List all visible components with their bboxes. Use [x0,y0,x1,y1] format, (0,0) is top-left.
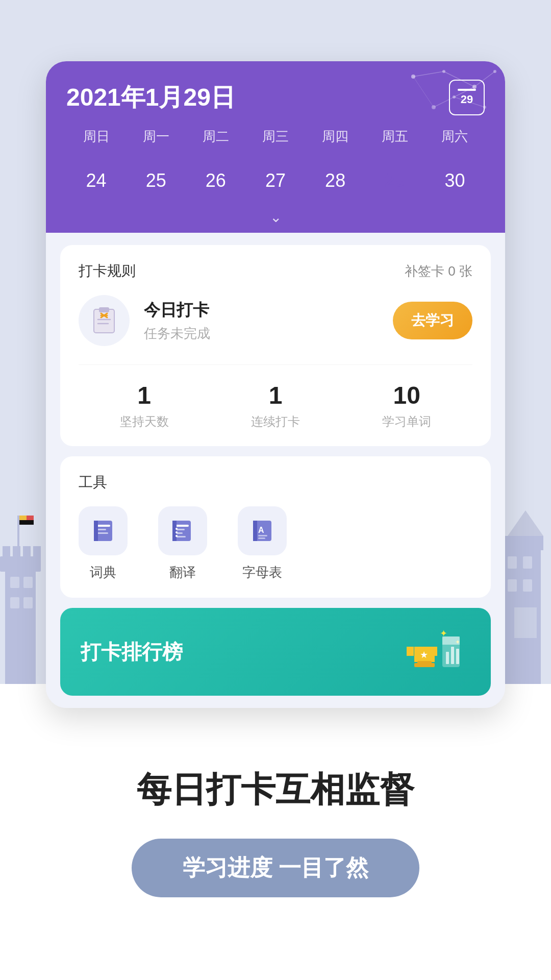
svg-rect-29 [514,607,537,638]
date-30[interactable]: 30 [425,162,485,200]
svg-rect-15 [17,516,19,546]
svg-line-57 [413,71,444,77]
date-27[interactable]: 27 [245,162,305,200]
stat-streak: 1 连续打卡 [251,381,300,430]
today-checkin-sub: 任务未完成 [144,325,379,342]
dictionary-icon [90,518,116,544]
svg-rect-2 [3,546,10,559]
svg-rect-33 [523,579,532,592]
go-study-button[interactable]: 去学习 [393,302,472,339]
svg-line-60 [454,87,474,97]
date-24[interactable]: 24 [66,162,126,200]
svg-rect-75 [94,521,98,541]
svg-rect-77 [174,525,189,527]
svg-line-59 [474,71,495,87]
svg-rect-9 [23,597,33,608]
tools-grid: 词典 [79,506,472,581]
tools-section-title: 工具 [79,473,472,492]
weekdays-row: 周日 周一 周二 周三 周四 周五 周六 [66,128,485,154]
svg-rect-8 [10,597,19,608]
main-content: 打卡规则 补签卡 0 张 今 [46,233,505,708]
translate-icon [169,518,196,544]
svg-rect-88 [258,535,267,536]
svg-rect-81 [172,521,177,541]
weekday-fri: 周五 [365,128,425,154]
svg-rect-3 [13,546,20,559]
svg-point-83 [176,531,178,533]
date-29-active[interactable]: 29 [365,162,425,200]
alphabet-icon: A [249,518,276,544]
svg-line-63 [413,77,434,107]
tool-dictionary-label: 词典 [90,564,116,581]
svg-rect-103 [456,649,459,664]
bottom-cta-button[interactable]: 学习进度 一目了然 [132,839,419,897]
tool-dictionary-icon-wrap [79,506,128,555]
tool-translate-label: 翻译 [169,564,196,581]
svg-rect-18 [19,520,34,525]
svg-rect-31 [523,556,532,569]
stat-words-num: 10 [382,381,431,409]
checkin-card-header: 打卡规则 补签卡 0 张 [79,261,472,281]
svg-point-84 [176,535,178,537]
calendar-header: 2021年1月29日 29 周日 周一 周二 周三 周四 周五 周六 24 25… [46,61,505,233]
checkin-info: 今日打卡 任务未完成 [144,299,379,342]
tool-alphabet-icon-wrap: A [238,506,287,555]
stat-persist-label: 坚持天数 [120,413,169,430]
chevron-row[interactable]: ⌄ [66,205,485,233]
stat-words-label: 学习单词 [382,413,431,430]
ranking-trophy-icon: ✦ ✦ ✦ ★ [389,626,470,677]
svg-rect-65 [99,307,109,312]
weekday-wed: 周三 [245,128,305,154]
svg-rect-100 [442,636,460,645]
stat-streak-label: 连续打卡 [251,413,300,430]
svg-rect-94 [407,647,414,656]
svg-text:★: ★ [420,650,428,660]
svg-line-61 [434,97,454,107]
svg-rect-17 [19,516,27,520]
tools-card: 工具 词典 [60,456,491,598]
stats-row: 1 坚持天数 1 连续打卡 10 学习单词 [79,364,472,430]
calendar-title: 2021年1月29日 [66,81,235,114]
stat-persist-days: 1 坚持天数 [120,381,169,430]
checkin-card-title: 打卡规则 [79,261,136,281]
svg-rect-30 [508,556,517,569]
date-26[interactable]: 26 [186,162,245,200]
svg-rect-64 [94,309,114,333]
svg-rect-86 [253,521,257,541]
stat-words: 10 学习单词 [382,381,431,430]
dates-row: 24 25 26 27 28 29 30 [66,154,485,205]
tool-translate[interactable]: 翻译 [158,506,207,581]
ranking-decoration: ✦ ✦ ✦ ★ [389,626,470,677]
weekday-thu: 周四 [306,128,365,154]
svg-line-62 [454,97,485,107]
tool-translate-icon-wrap [158,506,207,555]
tool-dictionary[interactable]: 词典 [79,506,128,581]
svg-rect-101 [446,652,449,664]
ranking-label: 打卡排行榜 [81,638,183,666]
svg-line-58 [444,71,474,87]
svg-rect-32 [508,579,517,592]
svg-point-82 [176,528,178,530]
tool-alphabet[interactable]: A 字母表 [238,506,287,581]
svg-rect-7 [23,577,33,588]
date-25[interactable]: 25 [126,162,186,200]
bottom-title: 每日打卡互相监督 [137,767,414,813]
network-decoration [372,61,505,122]
stat-persist-num: 1 [120,381,169,409]
checkin-card: 打卡规则 补签卡 0 张 今 [60,245,491,446]
svg-rect-95 [430,647,437,656]
checkin-row: 今日打卡 任务未完成 去学习 [79,295,472,346]
svg-rect-6 [10,577,19,588]
phone-card: 2021年1月29日 29 周日 周一 周二 周三 周四 周五 周六 24 25… [46,61,505,708]
svg-rect-89 [258,537,265,539]
svg-rect-97 [414,663,435,667]
chevron-down-icon: ⌄ [270,209,282,225]
svg-marker-28 [508,510,543,536]
date-28[interactable]: 28 [306,162,365,200]
svg-text:A: A [258,526,264,534]
svg-rect-5 [33,546,41,559]
stat-streak-num: 1 [251,381,300,409]
svg-rect-72 [96,525,110,527]
weekday-sat: 周六 [425,128,485,154]
ranking-banner[interactable]: 打卡排行榜 ✦ ✦ ✦ ★ [60,608,491,696]
